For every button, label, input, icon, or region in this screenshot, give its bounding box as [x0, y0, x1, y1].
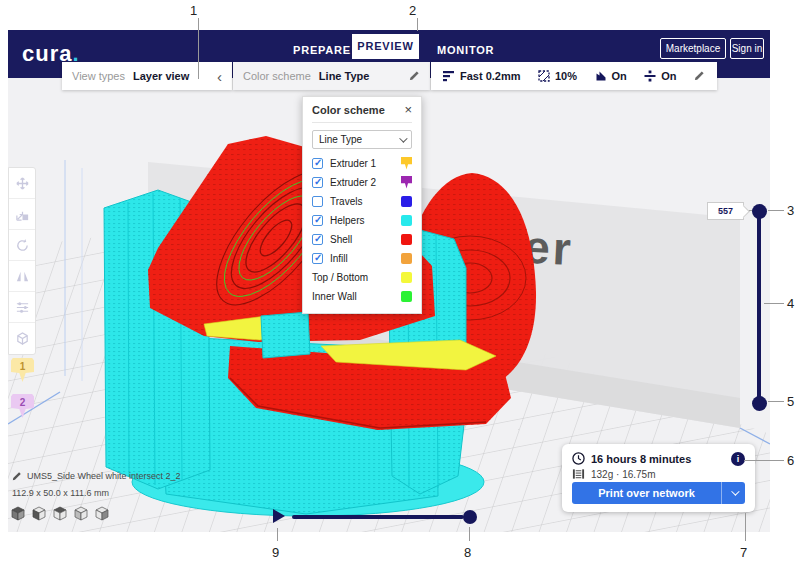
layers-icon	[443, 71, 455, 82]
callout-9-line	[277, 528, 278, 541]
layer-slider-upper-handle[interactable]	[752, 204, 767, 219]
legend-row-top-bottom: Top / Bottom	[312, 269, 412, 285]
support-blocker-button[interactable]	[9, 323, 35, 354]
callout-5: 5	[787, 394, 794, 409]
callout-2: 2	[409, 3, 416, 18]
dropdown-value: Line Type	[319, 134, 362, 145]
profile-setting[interactable]: Fast 0.2mm	[443, 70, 521, 82]
infill-setting[interactable]: 10%	[538, 70, 577, 82]
chevron-down-icon	[731, 487, 739, 495]
edit-pencil-icon[interactable]	[409, 70, 420, 83]
row-label: Top / Bottom	[312, 272, 401, 283]
row-label: Infill	[330, 253, 401, 264]
support-blocker-icon	[15, 331, 30, 346]
extruder-2-swatch	[401, 176, 412, 189]
per-model-settings-icon	[15, 300, 30, 315]
adhesion-setting[interactable]: On	[644, 70, 676, 82]
print-over-network-button[interactable]: Print over network	[572, 482, 745, 504]
rotate-tool-button[interactable]	[9, 230, 35, 261]
tab-monitor[interactable]: MONITOR	[437, 44, 494, 56]
color-scheme-value[interactable]: Line Type	[319, 70, 370, 82]
chevron-down-icon	[399, 134, 407, 142]
view-types-panel[interactable]: View types Layer view ‹	[62, 62, 232, 90]
color-scheme-popup: Color scheme × Line Type Extruder 1 Extr…	[302, 96, 422, 314]
print-summary-card: 16 hours 8 minutes 132g · 16.75m i Print…	[562, 444, 755, 512]
info-icon[interactable]: i	[731, 452, 745, 466]
adhesion-icon	[644, 70, 656, 82]
legend-row-travels: Travels	[312, 193, 412, 209]
view-left-icon[interactable]	[73, 506, 89, 522]
rename-pencil-icon[interactable]	[12, 471, 22, 481]
print-button-label: Print over network	[572, 482, 721, 504]
profile-value: Fast 0.2mm	[460, 70, 521, 82]
print-options-chevron[interactable]	[721, 482, 745, 504]
view-top-icon[interactable]	[52, 506, 68, 522]
callout-4-line	[764, 303, 784, 304]
row-label: Extruder 1	[330, 158, 401, 169]
layer-number-bubble[interactable]: 557	[707, 202, 744, 220]
callout-4: 4	[787, 296, 794, 311]
legend-row-inner-wall: Inner Wall	[312, 288, 412, 304]
3d-viewport[interactable]: ker	[8, 78, 770, 532]
move-tool-button[interactable]	[9, 168, 35, 199]
tab-prepare[interactable]: PREPARE	[293, 44, 351, 56]
view-types-label: View types	[72, 70, 125, 82]
layer-slider-track[interactable]	[757, 211, 761, 403]
view-types-value[interactable]: Layer view	[133, 70, 189, 82]
model-info: UMS5_Side Wheel white intersect 2_2	[12, 471, 181, 481]
view-right-icon[interactable]	[94, 506, 110, 522]
support-setting[interactable]: On	[595, 70, 627, 82]
view-3d-icon[interactable]	[10, 506, 26, 522]
material-usage: 132g · 16.75m	[591, 469, 656, 480]
callout-6: 6	[787, 453, 794, 468]
close-icon[interactable]: ×	[404, 105, 412, 115]
row-label: Inner Wall	[312, 291, 401, 302]
legend-row-extruder-2: Extruder 2	[312, 174, 412, 190]
marketplace-button[interactable]: Marketplace	[660, 38, 726, 59]
callout-1: 1	[190, 3, 197, 18]
play-button[interactable]	[273, 509, 285, 523]
model-name[interactable]: UMS5_Side Wheel white intersect 2_2	[27, 471, 181, 481]
tab-preview[interactable]: PREVIEW	[352, 34, 419, 59]
scale-tool-button[interactable]	[9, 199, 35, 230]
extruder-1-checkbox[interactable]	[312, 158, 323, 169]
color-scheme-dropdown[interactable]: Line Type	[312, 130, 412, 149]
shell-checkbox[interactable]	[312, 234, 323, 245]
travels-checkbox[interactable]	[312, 196, 323, 207]
callout-3: 3	[787, 203, 794, 218]
color-scheme-panel[interactable]: Color scheme Line Type	[233, 62, 430, 90]
helpers-checkbox[interactable]	[312, 215, 323, 226]
infill-checkbox[interactable]	[312, 253, 323, 264]
mirror-tool-button[interactable]	[9, 261, 35, 292]
support-value: On	[612, 70, 627, 82]
callout-8-line	[469, 527, 470, 541]
layer-slider-lower-handle[interactable]	[752, 396, 767, 411]
sign-in-button[interactable]: Sign in	[730, 38, 764, 59]
per-model-settings-button[interactable]	[9, 292, 35, 323]
edit-settings-pencil-icon[interactable]	[694, 70, 705, 83]
view-orientation-controls	[10, 506, 110, 522]
view-front-icon[interactable]	[31, 506, 47, 522]
print-settings-panel[interactable]: Fast 0.2mm 10% On On	[431, 62, 717, 90]
path-slider-track[interactable]	[292, 515, 464, 519]
callout-7: 7	[740, 545, 747, 560]
helpers-swatch	[401, 215, 412, 226]
row-label: Helpers	[330, 215, 401, 226]
legend-row-infill: Infill	[312, 250, 412, 266]
row-label: Shell	[330, 234, 401, 245]
callout-2-line	[417, 18, 418, 31]
collapse-chevron-icon[interactable]: ‹	[217, 68, 222, 85]
path-slider-handle[interactable]	[463, 510, 477, 524]
callout-1-line	[198, 18, 199, 79]
tool-sidebar	[8, 167, 36, 355]
callout-3-line	[768, 210, 784, 211]
travels-swatch	[401, 196, 412, 207]
infill-icon	[538, 70, 550, 82]
extruder-2-checkbox[interactable]	[312, 177, 323, 188]
model-dimensions: 112.9 x 50.0 x 111.6 mm	[12, 488, 109, 498]
inner-wall-swatch	[401, 291, 412, 302]
popup-title: Color scheme	[312, 104, 385, 116]
row-label: Travels	[330, 196, 401, 207]
callout-8: 8	[464, 545, 471, 560]
legend-row-shell: Shell	[312, 231, 412, 247]
